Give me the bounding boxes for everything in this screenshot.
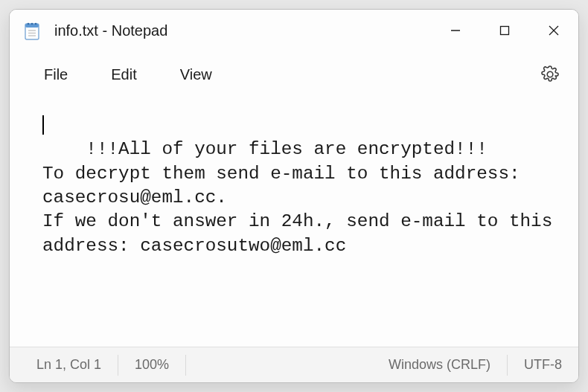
settings-button[interactable] bbox=[535, 60, 565, 89]
svg-rect-9 bbox=[501, 27, 509, 35]
text-editor[interactable]: !!!All of your files are encrypted!!! To… bbox=[10, 97, 578, 347]
close-button[interactable] bbox=[529, 10, 578, 51]
minimize-button[interactable] bbox=[431, 10, 480, 51]
notepad-window: info.txt - Notepad File Edit View !!!Al bbox=[9, 9, 579, 383]
menu-view[interactable]: View bbox=[173, 62, 220, 88]
maximize-icon bbox=[499, 25, 510, 36]
editor-content: !!!All of your files are encrypted!!! To… bbox=[42, 139, 563, 255]
statusbar: Ln 1, Col 1 100% Windows (CRLF) UTF-8 bbox=[10, 347, 578, 382]
svg-point-6 bbox=[31, 23, 33, 25]
titlebar: info.txt - Notepad bbox=[10, 10, 578, 51]
status-cursor-position: Ln 1, Col 1 bbox=[10, 355, 118, 376]
status-encoding: UTF-8 bbox=[508, 355, 578, 376]
svg-point-7 bbox=[35, 23, 37, 25]
close-icon bbox=[549, 25, 559, 36]
menubar: File Edit View bbox=[10, 51, 578, 97]
window-controls bbox=[431, 10, 578, 51]
menu-file[interactable]: File bbox=[36, 62, 75, 88]
menu-edit[interactable]: Edit bbox=[103, 62, 144, 88]
window-title: info.txt - Notepad bbox=[54, 22, 167, 39]
minimize-icon bbox=[450, 25, 461, 36]
svg-point-5 bbox=[28, 23, 30, 25]
status-zoom: 100% bbox=[118, 355, 186, 376]
notepad-icon bbox=[23, 20, 41, 41]
maximize-button[interactable] bbox=[480, 10, 529, 51]
gear-icon bbox=[541, 65, 559, 83]
text-caret bbox=[42, 115, 44, 135]
status-line-ending: Windows (CRLF) bbox=[372, 355, 508, 376]
